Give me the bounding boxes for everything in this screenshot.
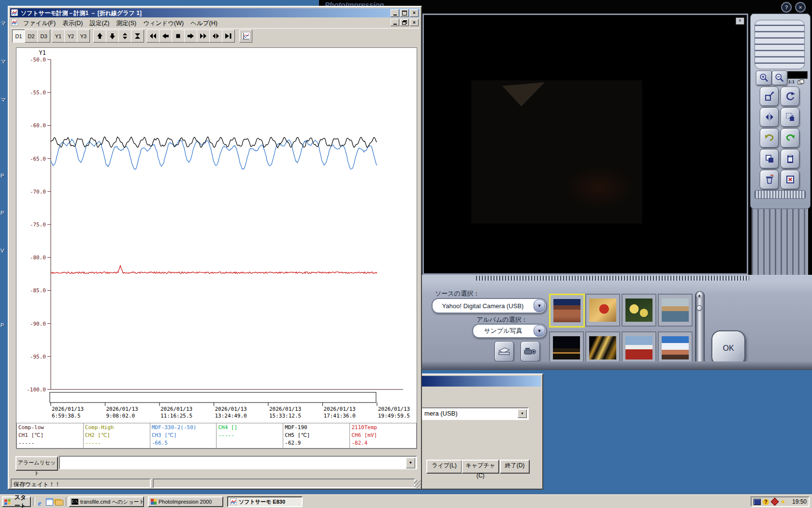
step-forward-button[interactable]	[184, 30, 197, 43]
collapse-vertical-button[interactable]	[131, 30, 144, 43]
menu-w[interactable]: ウィンドウ(W)	[140, 18, 187, 28]
task-button-1[interactable]: C:\transfile.cmd へのショート...	[69, 496, 144, 507]
folder-icon[interactable]	[54, 498, 64, 508]
tool-slider[interactable]	[754, 190, 806, 199]
thumbnail-yellow-flowers[interactable]	[622, 294, 656, 327]
axis-button-y1[interactable]: Y1	[52, 30, 65, 43]
shift-up-button[interactable]	[93, 30, 106, 43]
thumbnail-lighthouse-ship[interactable]	[622, 331, 656, 364]
ie-icon[interactable]: e	[35, 498, 44, 508]
help-icon[interactable]: ?	[762, 498, 769, 506]
remove-selection-icon	[785, 174, 796, 185]
show-desktop-icon[interactable]	[44, 497, 54, 507]
thumbnail-cardinal-bird[interactable]	[585, 294, 620, 327]
scrollbar-thumb[interactable]	[696, 305, 702, 311]
rotate-button[interactable]	[781, 87, 799, 106]
resize-button[interactable]	[760, 87, 779, 106]
menu-s[interactable]: 測定(S)	[113, 18, 140, 28]
capture-button[interactable]: キャプチャ(C)	[462, 460, 499, 474]
desktop-icon-label-fragment[interactable]: P	[0, 173, 4, 179]
minimize-button[interactable]	[391, 9, 399, 17]
legend-channel-ch4: CH4 []-----	[217, 423, 283, 448]
star-icon[interactable]: ★	[780, 498, 787, 506]
scroll-up-icon[interactable]: ▲	[696, 293, 702, 299]
close-icon[interactable]: ×	[795, 2, 806, 13]
thumbnail-night-skyline[interactable]	[549, 331, 584, 364]
desktop-icon-label-fragment[interactable]: マ	[0, 20, 6, 27]
desktop-icon-label-fragment[interactable]: P	[0, 210, 4, 216]
clock[interactable]: 19:50	[792, 498, 807, 505]
status-bar: 保存ウェイト！！	[11, 478, 421, 488]
thermo-titlebar[interactable]: ソフトサーモ計測－計測1 － [折れ線グラフ 1] ×	[10, 8, 420, 17]
dialog-titlebar[interactable]	[417, 376, 541, 387]
fast-forward-button[interactable]	[197, 30, 210, 43]
crop-icon	[785, 112, 796, 122]
menu-z[interactable]: 設定(Z)	[87, 18, 113, 28]
thermo-window: ソフトサーモ計測－計測1 － [折れ線グラフ 1] × ファイル(F)表示(D)…	[8, 6, 422, 490]
alarm-reset-button[interactable]: アラームリセット	[15, 456, 58, 471]
video-source-combobox[interactable]: mera (USB) ▼	[417, 407, 529, 420]
start-button[interactable]: スタート	[2, 496, 31, 507]
taskbar: スタート e C:\transfile.cmd へのショート...PhotoIm…	[0, 494, 812, 508]
dataset-button-d1[interactable]: D1	[12, 30, 25, 43]
expand-horizontal-button[interactable]	[209, 30, 222, 43]
thumbnail-red-rock-spires[interactable]	[549, 294, 585, 328]
live-button[interactable]: ライブ(L)	[426, 460, 462, 474]
menu-f[interactable]: ファイル(F)	[20, 18, 59, 28]
display-icon[interactable]	[754, 498, 761, 506]
axis-button-y3[interactable]: Y3	[77, 30, 90, 43]
dataset-button-d2[interactable]: D2	[25, 30, 38, 43]
redo-icon	[785, 133, 796, 143]
jump-start-button[interactable]	[146, 30, 160, 43]
remove-selection-button[interactable]	[781, 170, 799, 189]
stop-button[interactable]	[172, 30, 185, 43]
thumbnail-sky-clouds[interactable]	[658, 331, 693, 364]
close-button[interactable]: ×	[410, 9, 419, 17]
crop-button[interactable]	[781, 107, 799, 127]
alert-icon[interactable]	[771, 498, 778, 506]
delete-button[interactable]	[760, 170, 779, 189]
help-icon[interactable]: ?	[781, 2, 792, 13]
flip-horizontal-icon	[764, 112, 775, 122]
undo-button[interactable]	[760, 128, 779, 148]
mdi-restore-button[interactable]	[400, 19, 409, 26]
cmd-icon: C:\	[72, 499, 78, 505]
desktop-icon-label-fragment[interactable]: マ	[0, 58, 6, 65]
mdi-minimize-button[interactable]	[391, 19, 399, 26]
chevron-down-icon[interactable]: ▼	[518, 409, 527, 418]
menu-h[interactable]: ヘルプ(H)	[187, 18, 221, 28]
thumbnail-scrollbar[interactable]: ▲ ▼	[695, 291, 705, 369]
task-button-3[interactable]: ソフトサーモ E830	[227, 496, 303, 507]
ok-button[interactable]: OK	[711, 330, 745, 366]
thumbnail-harbor-town[interactable]	[658, 294, 693, 327]
flip-horizontal-button[interactable]	[760, 107, 779, 127]
redo-button[interactable]	[781, 128, 799, 148]
desktop-icon-label-fragment[interactable]: マ	[0, 96, 6, 104]
step-back-button[interactable]	[159, 30, 172, 43]
axis-button-y2[interactable]: Y2	[64, 30, 77, 43]
dataset-button-d3[interactable]: D3	[37, 30, 50, 43]
mdi-close-button[interactable]: ×	[410, 19, 419, 26]
mdi-child-icon	[11, 19, 18, 28]
chevron-down-icon[interactable]: ▼	[406, 458, 415, 468]
desktop-icon-label-fragment[interactable]: P	[0, 322, 4, 328]
start-label: スタート	[12, 493, 29, 508]
preview-close-icon[interactable]: ×	[736, 17, 744, 25]
desktop-icon-label-fragment[interactable]: V	[0, 248, 4, 254]
shift-down-button[interactable]	[106, 30, 119, 43]
graph-config-button[interactable]	[239, 30, 252, 43]
to-latest-button[interactable]	[222, 30, 235, 43]
paste-button[interactable]	[781, 149, 799, 168]
exit-button[interactable]: 終了(D)	[500, 460, 530, 474]
menu-d[interactable]: 表示(D)	[59, 18, 86, 28]
task-button-2[interactable]: PhotoImpression 2000	[148, 496, 223, 507]
thumbnail-gold-light-streaks[interactable]	[585, 331, 620, 364]
toolbar-divider[interactable]	[66, 497, 68, 506]
resize-grip[interactable]	[414, 480, 421, 488]
series-ch3	[51, 139, 377, 170]
alarm-combobox[interactable]: ▼	[59, 456, 417, 469]
paste-icon	[785, 153, 796, 164]
expand-vertical-button[interactable]	[118, 30, 131, 43]
copy-button[interactable]	[760, 149, 779, 168]
maximize-button[interactable]	[400, 9, 409, 17]
